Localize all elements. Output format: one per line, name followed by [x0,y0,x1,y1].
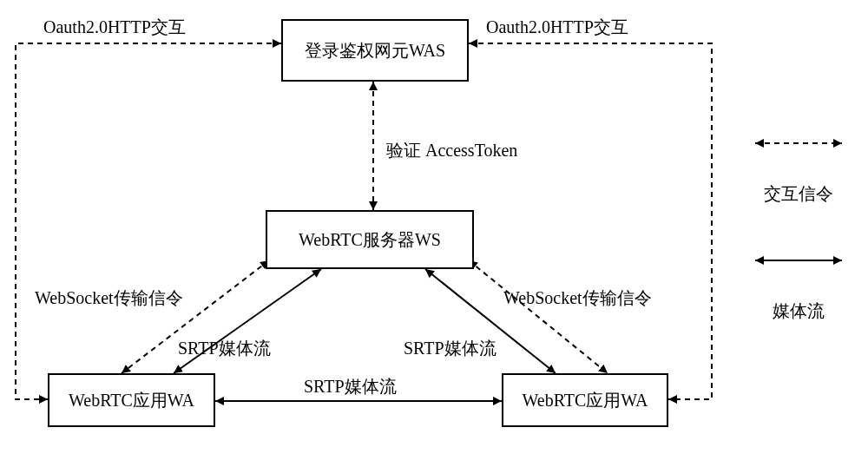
node-ws: WebRTC服务器WS [266,210,474,269]
legend-signaling: 交互信令 [764,182,833,206]
node-wa-right: WebRTC应用WA [502,373,668,427]
node-was-label: 登录鉴权网元WAS [305,39,445,62]
label-oauth-right: Oauth2.0HTTP交互 [486,16,628,39]
label-srtp-bottom: SRTP媒体流 [304,375,397,398]
node-wa-left-label: WebRTC应用WA [69,389,194,412]
label-srtp-left: SRTP媒体流 [178,337,271,360]
node-ws-label: WebRTC服务器WS [299,228,441,252]
label-websocket-left: WebSocket传输信令 [35,286,183,310]
label-websocket-right: WebSocket传输信令 [503,286,652,310]
node-was: 登录鉴权网元WAS [281,19,469,82]
node-wa-right-label: WebRTC应用WA [523,389,648,412]
label-srtp-right: SRTP媒体流 [404,337,496,360]
label-oauth-left: Oauth2.0HTTP交互 [43,16,186,39]
label-verify-token: 验证 AccessToken [386,139,517,162]
node-wa-left: WebRTC应用WA [48,373,215,427]
diagram-stage: 登录鉴权网元WAS WebRTC服务器WS WebRTC应用WA WebRTC应… [0,0,868,467]
legend-media: 媒体流 [773,299,825,323]
